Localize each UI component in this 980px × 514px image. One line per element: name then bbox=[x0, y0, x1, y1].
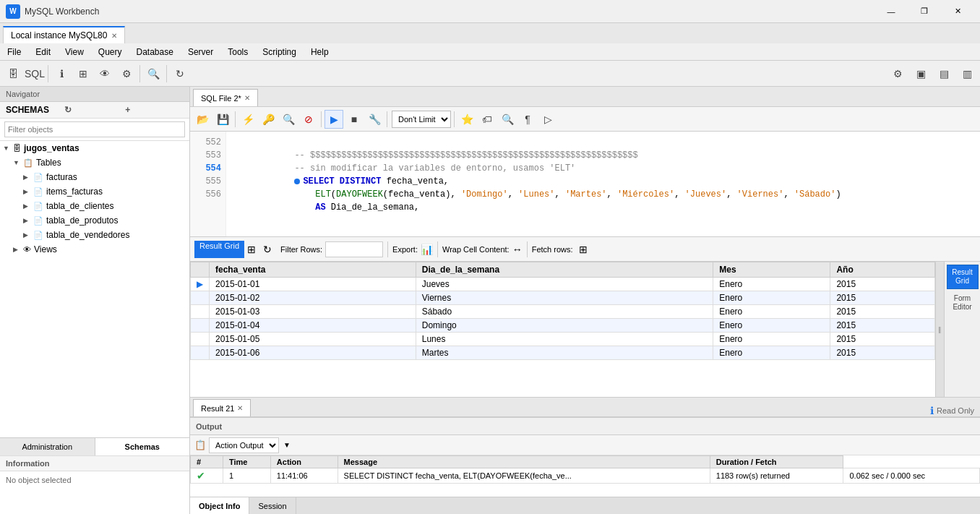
menu-database[interactable]: Database bbox=[129, 43, 181, 61]
menu-server[interactable]: Server bbox=[181, 43, 220, 61]
sql-file-tab[interactable]: SQL File 2* ✕ bbox=[193, 89, 258, 106]
tree-tables-group[interactable]: ▼ 📋 Tables bbox=[0, 155, 189, 170]
menu-file[interactable]: File bbox=[0, 43, 28, 61]
object-info-tab[interactable]: Object Info bbox=[190, 497, 249, 515]
wrap-icon[interactable]: ↔ bbox=[512, 244, 523, 255]
wrap-label: Wrap Cell Content: bbox=[442, 245, 510, 254]
tables-expand-icon: ▼ bbox=[13, 159, 23, 166]
table-row[interactable]: 2015-01-03 Sábado Enero 2015 bbox=[191, 305, 935, 319]
menu-query[interactable]: Query bbox=[91, 43, 129, 61]
grid-icon[interactable]: ⊞ bbox=[247, 244, 256, 255]
menu-scripting[interactable]: Scripting bbox=[255, 43, 304, 61]
info-icon: ℹ bbox=[930, 405, 934, 416]
ed-find-btn[interactable]: 🔍 bbox=[279, 110, 298, 129]
col-dia-semana[interactable]: Dia_de_la_semana bbox=[416, 262, 713, 278]
tab-close-icon[interactable]: ✕ bbox=[111, 32, 117, 40]
table-row[interactable]: ▶ 2015-01-01 Jueves Enero 2015 bbox=[191, 278, 935, 291]
sql-file-tab-close[interactable]: ✕ bbox=[244, 94, 250, 102]
toolbar-layout3[interactable]: ▥ bbox=[957, 64, 977, 84]
str-sab: 'Sábado' bbox=[794, 189, 836, 200]
limit-select[interactable]: Don't Limit bbox=[392, 111, 451, 128]
code-content[interactable]: -- $$$$$$$$$$$$$$$$$$$$$$$$$$$$$$$$$$$$$… bbox=[226, 132, 980, 236]
toolbar-layout1[interactable]: ▣ bbox=[911, 64, 931, 84]
export-icon[interactable]: 📊 bbox=[421, 244, 433, 255]
result-grid-panel-btn[interactable]: ResultGrid bbox=[947, 265, 979, 289]
ed-stop2-btn[interactable]: ■ bbox=[345, 110, 364, 129]
ed-sep4 bbox=[454, 111, 455, 127]
menu-view[interactable]: View bbox=[58, 43, 91, 61]
ed-bookmark-btn[interactable]: ⭐ bbox=[457, 110, 476, 129]
result-grid-tab-btn[interactable]: Result Grid bbox=[194, 241, 244, 258]
ed-run-btn[interactable]: ▷ bbox=[538, 110, 557, 129]
ed-tag-btn[interactable]: 🏷 bbox=[478, 110, 497, 129]
col-anio[interactable]: Año bbox=[830, 262, 935, 278]
toolbar-info[interactable]: ℹ bbox=[51, 64, 72, 84]
output-table: # Time Action Message Duration / Fetch ✔… bbox=[190, 455, 980, 497]
tree-table-items[interactable]: ▶ 📄 items_facturas bbox=[0, 184, 189, 199]
toolbar-search[interactable]: 🔍 bbox=[143, 64, 163, 84]
tree-views-group[interactable]: ▶ 👁 Views bbox=[0, 242, 189, 257]
out-col-action: Action bbox=[270, 456, 338, 468]
menu-edit[interactable]: Edit bbox=[28, 43, 58, 61]
linenum-553: 553 bbox=[190, 149, 221, 162]
tree-table-vendedores[interactable]: ▶ 📄 tabla_de_vendedores bbox=[0, 228, 189, 242]
output-row-1: ✔ 1 11:41:06 SELECT DISTINCT fecha_venta… bbox=[191, 468, 980, 484]
table-row[interactable]: 2015-01-06 Martes Enero 2015 bbox=[191, 346, 935, 360]
toolbar-view[interactable]: 👁 bbox=[95, 64, 115, 84]
cell-dia-5: Lunes bbox=[416, 333, 713, 346]
close-button[interactable]: ✕ bbox=[941, 0, 974, 23]
schemas-label: SCHEMAS bbox=[6, 105, 64, 115]
ed-explain-btn[interactable]: 🔑 bbox=[259, 110, 278, 129]
tree-table-facturas[interactable]: ▶ 📄 facturas bbox=[0, 170, 189, 184]
filter-input[interactable] bbox=[4, 121, 185, 137]
ed-format-btn[interactable]: 🔧 bbox=[365, 110, 384, 129]
app-title: MySQL Workbench bbox=[25, 7, 874, 17]
schemas-refresh-icon[interactable]: ↻ bbox=[64, 105, 123, 115]
toolbar-layout2[interactable]: ▤ bbox=[934, 64, 954, 84]
grid-container[interactable]: fecha_venta Dia_de_la_semana Mes Año ▶ 2… bbox=[190, 262, 935, 397]
sidebar-tab-schemas[interactable]: Schemas bbox=[95, 438, 190, 455]
maximize-button[interactable]: ❐ bbox=[908, 0, 941, 23]
toolbar-reconnect[interactable]: ↻ bbox=[170, 64, 190, 84]
main-tab[interactable]: Local instance MySQL80 ✕ bbox=[3, 26, 125, 43]
menu-help[interactable]: Help bbox=[304, 43, 336, 61]
col-mes[interactable]: Mes bbox=[713, 262, 830, 278]
ed-format2-btn[interactable]: ¶ bbox=[518, 110, 537, 129]
toolbar-table[interactable]: ⊞ bbox=[73, 64, 93, 84]
sidebar-tab-admin[interactable]: Administration bbox=[0, 438, 95, 455]
table-row[interactable]: 2015-01-02 Viernes Enero 2015 bbox=[191, 291, 935, 305]
filter-rows-input[interactable] bbox=[325, 241, 383, 257]
schemas-add-icon[interactable]: + bbox=[125, 105, 184, 115]
toolbar-sql[interactable]: SQL bbox=[25, 64, 45, 84]
ed-stop-btn[interactable]: ⊘ bbox=[299, 110, 318, 129]
toolbar-settings[interactable]: ⚙ bbox=[887, 64, 908, 84]
ed-open-btn[interactable]: 📂 bbox=[193, 110, 212, 129]
table-row[interactable]: 2015-01-04 Domingo Enero 2015 bbox=[191, 319, 935, 333]
result-tab-close[interactable]: ✕ bbox=[237, 404, 243, 412]
ed-sep2 bbox=[321, 111, 322, 127]
fetch-icon[interactable]: ⊞ bbox=[579, 244, 588, 255]
result-21-tab[interactable]: Result 21 ✕ bbox=[193, 399, 251, 416]
ed-execute-sel-btn[interactable]: ▶ bbox=[324, 110, 343, 129]
tree-table-clientes[interactable]: ▶ 📄 tabla_de_clientes bbox=[0, 199, 189, 213]
panel-resize-handle[interactable]: ‖ bbox=[935, 262, 944, 397]
ed-search2-btn[interactable]: 🔍 bbox=[498, 110, 517, 129]
output-dropdown-arrow[interactable]: ▼ bbox=[283, 441, 291, 449]
session-tab[interactable]: Session bbox=[249, 497, 296, 515]
minimize-button[interactable]: — bbox=[874, 0, 908, 23]
tree-table-produtos[interactable]: ▶ 📄 tabla_de_produtos bbox=[0, 213, 189, 228]
table-produtos-label: tabla_de_produtos bbox=[46, 215, 118, 226]
toolbar-new-schema[interactable]: 🗄 bbox=[3, 64, 23, 84]
toolbar-proc[interactable]: ⚙ bbox=[116, 64, 137, 84]
col-fecha-venta[interactable]: fecha_venta bbox=[210, 262, 416, 278]
action-output-select[interactable]: Action Output bbox=[209, 437, 279, 453]
ed-save-btn[interactable]: 💾 bbox=[213, 110, 232, 129]
ed-execute-btn[interactable]: ⚡ bbox=[238, 110, 257, 129]
kw-as: AS bbox=[315, 202, 325, 213]
form-editor-panel-btn[interactable]: FormEditor bbox=[947, 291, 979, 315]
produtos-expand-icon: ▶ bbox=[23, 217, 33, 224]
table-row[interactable]: 2015-01-05 Lunes Enero 2015 bbox=[191, 333, 935, 346]
tree-schema-jugos[interactable]: ▼ 🗄 jugos_ventas bbox=[0, 141, 189, 155]
menu-tools[interactable]: Tools bbox=[220, 43, 255, 61]
refresh-btn[interactable]: ↻ bbox=[263, 244, 272, 255]
